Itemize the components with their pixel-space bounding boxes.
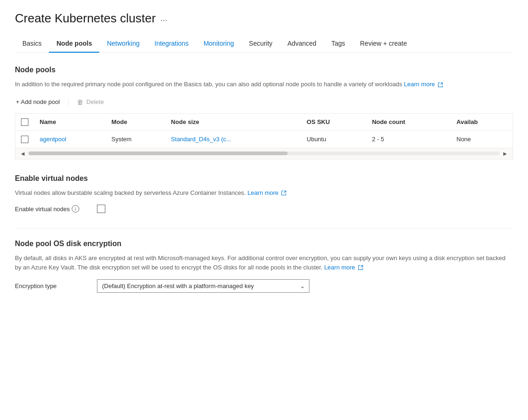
tab-tags[interactable]: Tags: [324, 35, 353, 53]
tab-navigation: Basics Node pools Networking Integration…: [15, 35, 513, 53]
select-all-checkbox[interactable]: [21, 118, 28, 126]
virtual-nodes-description: Virtual nodes allow burstable scaling ba…: [15, 188, 513, 198]
row-node-size: Standard_D4s_v3 (c...: [165, 131, 301, 148]
tab-integrations[interactable]: Integrations: [147, 35, 196, 53]
node-size-link[interactable]: Standard_D4s_v3 (c...: [171, 136, 231, 143]
external-link-icon-3: [358, 265, 363, 270]
select-all-header: [15, 114, 34, 131]
scroll-right-arrow[interactable]: ▶: [501, 150, 509, 157]
col-availability: Availab: [451, 114, 513, 131]
row-os-sku: Ubuntu: [301, 131, 366, 148]
col-node-size: Node size: [165, 114, 301, 131]
node-pools-table: Name Mode Node size OS SKU Node count Av…: [15, 114, 513, 148]
col-name: Name: [34, 114, 106, 131]
tab-basics[interactable]: Basics: [15, 35, 49, 53]
horizontal-scrollbar[interactable]: ◀ ▶: [15, 148, 513, 159]
toolbar-separator: [68, 98, 69, 106]
disk-encryption-title: Node pool OS disk encryption: [15, 240, 513, 248]
scroll-left-arrow[interactable]: ◀: [19, 150, 27, 157]
encryption-type-select-wrapper: (Default) Encryption at-rest with a plat…: [97, 279, 309, 293]
virtual-nodes-title: Enable virtual nodes: [15, 174, 513, 183]
scrollbar-thumb: [28, 151, 288, 155]
virtual-nodes-info-icon[interactable]: i: [72, 205, 79, 213]
encryption-type-label: Encryption type: [15, 282, 89, 289]
table-row: agentpool System Standard_D4s_v3 (c... U…: [15, 131, 513, 148]
row-name: agentpool: [34, 131, 106, 148]
tab-networking[interactable]: Networking: [99, 35, 147, 53]
disk-encryption-description: By default, all disks in AKS are encrypt…: [15, 254, 513, 272]
row-checkbox[interactable]: [21, 136, 28, 143]
node-pools-section: Node pools In addition to the required p…: [15, 66, 513, 159]
delete-button[interactable]: 🗑 Delete: [76, 96, 105, 108]
row-availability: None: [451, 131, 513, 148]
page-title: Create Kubernetes cluster: [15, 11, 156, 26]
node-pools-table-container: Name Mode Node size OS SKU Node count Av…: [15, 113, 513, 159]
virtual-nodes-learn-more-link[interactable]: Learn more: [247, 189, 278, 196]
tab-monitoring[interactable]: Monitoring: [196, 35, 241, 53]
virtual-nodes-section: Enable virtual nodes Virtual nodes allow…: [15, 174, 513, 213]
node-pools-learn-more-link[interactable]: Learn more: [404, 81, 435, 88]
row-mode: System: [106, 131, 165, 148]
virtual-nodes-field-row: Enable virtual nodes i: [15, 205, 513, 213]
trash-icon: 🗑: [77, 98, 83, 106]
row-checkbox-cell: [15, 131, 34, 148]
col-os-sku: OS SKU: [301, 114, 366, 131]
virtual-nodes-checkbox[interactable]: [97, 205, 105, 213]
node-pools-title: Node pools: [15, 66, 513, 74]
row-node-count: 2 - 5: [366, 131, 451, 148]
encryption-type-select[interactable]: (Default) Encryption at-rest with a plat…: [97, 279, 309, 293]
disk-encryption-learn-more-link[interactable]: Learn more: [324, 264, 355, 271]
agentpool-link[interactable]: agentpool: [40, 136, 66, 143]
tab-security[interactable]: Security: [241, 35, 280, 53]
table-toolbar: + Add node pool 🗑 Delete: [15, 96, 513, 108]
virtual-nodes-label: Enable virtual nodes i: [15, 205, 89, 213]
page-header: Create Kubernetes cluster ...: [15, 11, 513, 26]
tab-review-create[interactable]: Review + create: [352, 35, 414, 53]
tab-advanced[interactable]: Advanced: [280, 35, 324, 53]
encryption-type-row: Encryption type (Default) Encryption at-…: [15, 279, 513, 293]
col-mode: Mode: [106, 114, 165, 131]
col-node-count: Node count: [366, 114, 451, 131]
scrollbar-track[interactable]: [28, 151, 500, 155]
external-link-icon-2: [281, 190, 287, 196]
more-options-icon[interactable]: ...: [160, 14, 167, 23]
add-node-pool-button[interactable]: + Add node pool: [15, 96, 61, 107]
tab-node-pools[interactable]: Node pools: [49, 35, 99, 53]
node-pools-description: In addition to the required primary node…: [15, 80, 513, 89]
section-divider: [15, 228, 513, 228]
disk-encryption-section: Node pool OS disk encryption By default,…: [15, 240, 513, 293]
external-link-icon: [438, 82, 443, 88]
